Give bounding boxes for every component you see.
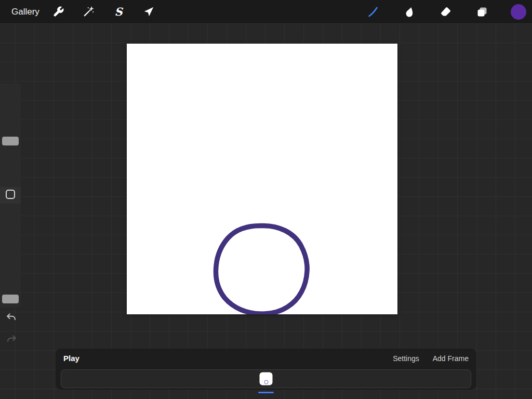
smudge-icon: [403, 6, 416, 18]
right-tool-group: [364, 0, 528, 23]
settings-button[interactable]: Settings: [393, 354, 419, 363]
animation-assist-panel: Play Settings Add Frame: [56, 349, 476, 390]
undo-button[interactable]: [5, 312, 18, 324]
animation-timeline[interactable]: [61, 369, 471, 388]
panel-actions: Settings Add Frame: [393, 354, 469, 363]
selection-s-icon: S: [112, 6, 125, 18]
smudge-button[interactable]: [400, 3, 419, 21]
play-button[interactable]: Play: [63, 354, 79, 363]
procreate-app: Gallery S: [0, 0, 532, 399]
animation-panel-header: Play Settings Add Frame: [63, 354, 469, 363]
eraser-icon: [440, 6, 452, 18]
layers-button[interactable]: [473, 3, 491, 21]
redo-button[interactable]: [5, 334, 18, 346]
frame-thumbnail[interactable]: [260, 373, 273, 385]
actions-button[interactable]: [49, 3, 68, 21]
paint-button[interactable]: [364, 3, 382, 21]
brush-size-slider[interactable]: [0, 83, 21, 187]
redo-icon: [6, 334, 17, 345]
layers-icon: [476, 6, 488, 18]
transform-arrow-icon: [143, 6, 154, 18]
color-button[interactable]: [509, 3, 528, 21]
frame-preview-circle: [264, 380, 268, 384]
opacity-slider[interactable]: [0, 204, 21, 308]
gallery-button[interactable]: Gallery: [11, 7, 39, 17]
active-color-swatch: [511, 4, 526, 20]
left-tool-group: S: [49, 0, 158, 23]
sidebar: [0, 83, 21, 308]
opacity-handle[interactable]: [2, 295, 19, 303]
drawing-canvas[interactable]: [127, 44, 397, 314]
top-toolbar: Gallery S: [0, 0, 532, 23]
artwork: [127, 44, 397, 314]
adjustments-button[interactable]: [79, 3, 98, 21]
brush-size-handle[interactable]: [2, 137, 19, 145]
svg-text:S: S: [114, 6, 123, 18]
drawn-circle-stroke: [216, 225, 307, 314]
transform-button[interactable]: [139, 3, 158, 21]
add-frame-button[interactable]: Add Frame: [433, 354, 469, 363]
wrench-icon: [52, 6, 64, 18]
magic-wand-icon: [83, 6, 95, 18]
selected-frame-indicator: [258, 392, 274, 393]
brush-icon: [367, 6, 379, 18]
modify-button[interactable]: [6, 190, 15, 199]
undo-icon: [6, 312, 17, 323]
eraser-button[interactable]: [436, 3, 455, 21]
selection-button[interactable]: S: [109, 3, 128, 21]
